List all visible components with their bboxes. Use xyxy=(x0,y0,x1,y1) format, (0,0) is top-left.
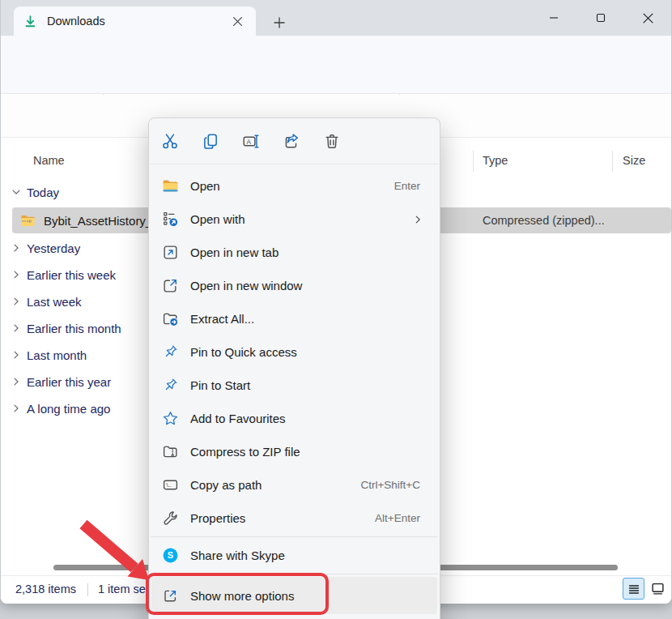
window-controls xyxy=(530,0,671,36)
selection-count: 1 item se xyxy=(98,583,146,596)
new-tab-button[interactable] xyxy=(268,13,291,32)
menu-item-copy-as-path[interactable]: \.. Copy as path Ctrl+Shift+C xyxy=(149,468,440,502)
svg-text:A: A xyxy=(247,138,252,145)
chevron-collapsed-icon[interactable] xyxy=(11,296,22,307)
chevron-collapsed-icon[interactable] xyxy=(11,403,22,414)
column-divider[interactable] xyxy=(612,151,613,172)
column-divider[interactable] xyxy=(473,151,474,172)
menu-divider xyxy=(151,536,438,537)
tab-close-icon[interactable] xyxy=(227,11,248,32)
menu-item-properties[interactable]: Properties Alt+Enter xyxy=(149,502,440,535)
menu-item-shortcut: Alt+Enter xyxy=(375,512,433,524)
menu-item-open-with[interactable]: Open with xyxy=(149,203,440,236)
menu-item-label: Pin to Quick access xyxy=(190,345,297,359)
scissors-icon xyxy=(161,132,179,150)
group-label: Earlier this week xyxy=(27,268,116,282)
svg-text:\..: \.. xyxy=(166,481,172,489)
trash-icon xyxy=(323,132,341,150)
maximize-button[interactable] xyxy=(577,0,624,36)
status-divider xyxy=(87,583,88,596)
group-label: Last month xyxy=(27,348,87,362)
cut-button[interactable] xyxy=(161,132,179,150)
tab-downloads[interactable]: Downloads xyxy=(14,6,256,36)
thumbnail-view-icon xyxy=(651,582,665,596)
chevron-collapsed-icon[interactable] xyxy=(11,349,22,361)
group-label: Today xyxy=(27,186,59,199)
wrench-icon xyxy=(161,510,179,527)
copy-button[interactable] xyxy=(202,132,219,150)
group-label: Earlier this year xyxy=(27,375,111,389)
group-label: Earlier this month xyxy=(27,322,121,335)
menu-item-open-in-new-window[interactable]: Open in new window xyxy=(149,269,440,302)
open-new-tab-icon xyxy=(161,244,179,262)
close-button[interactable] xyxy=(624,0,671,36)
open-with-icon xyxy=(161,211,179,228)
command-bar: New A xyxy=(1,36,671,94)
star-icon xyxy=(161,410,179,428)
copy-as-path-icon: \.. xyxy=(161,476,179,494)
copy-icon xyxy=(202,132,219,150)
column-header-size[interactable]: Size xyxy=(623,154,645,167)
folder-icon xyxy=(161,177,179,195)
menu-item-add-to-favourites[interactable]: Add to Favourites xyxy=(149,402,440,435)
tab-title: Downloads xyxy=(47,15,227,28)
zip-folder-icon xyxy=(20,214,36,228)
menu-item-pin-to-start[interactable]: Pin to Start xyxy=(149,369,440,402)
menu-item-compress-to-zip[interactable]: Compress to ZIP file xyxy=(149,435,440,468)
menu-item-label: Open xyxy=(190,179,220,193)
menu-item-label: Pin to Start xyxy=(190,378,250,392)
menu-item-open[interactable]: Open Enter xyxy=(149,169,440,203)
file-type: Compressed (zipped)... xyxy=(483,214,605,227)
column-header-type[interactable]: Type xyxy=(483,154,508,167)
menu-item-label: Properties xyxy=(190,511,245,525)
context-menu: A Open Enter xyxy=(148,117,440,619)
menu-item-label: Add to Favourites xyxy=(190,412,286,425)
rename-icon: A xyxy=(242,132,260,151)
skype-icon: S xyxy=(161,547,179,565)
download-icon xyxy=(23,15,37,28)
rename-button[interactable]: A xyxy=(242,132,260,150)
share-icon xyxy=(283,132,300,150)
thumbnail-view-toggle[interactable] xyxy=(647,578,669,600)
menu-item-pin-to-quick-access[interactable]: Pin to Quick access xyxy=(149,335,440,369)
menu-item-shortcut: Ctrl+Shift+C xyxy=(360,479,433,491)
menu-item-label: Open in new tab xyxy=(190,245,279,259)
pin-icon xyxy=(161,377,179,395)
menu-item-label: Open with xyxy=(190,212,245,226)
file-name: Bybit_AssetHistory_ xyxy=(44,214,152,228)
menu-item-label: Extract All... xyxy=(190,312,254,326)
annotation-highlight-box xyxy=(146,573,329,615)
menu-item-share-with-skype[interactable]: S Share with Skype xyxy=(149,539,440,572)
context-menu-toolbar: A xyxy=(150,118,439,164)
chevron-collapsed-icon[interactable] xyxy=(11,242,22,254)
menu-item-shortcut: Enter xyxy=(394,180,433,192)
menu-item-label: Open in new window xyxy=(190,279,302,292)
share-button[interactable] xyxy=(283,132,300,150)
context-menu-items: Open Enter Open with xyxy=(149,164,440,614)
pin-icon xyxy=(161,344,179,361)
menu-item-label: Share with Skype xyxy=(190,549,285,562)
details-view-icon xyxy=(627,583,640,596)
zip-folder-outline-icon xyxy=(161,443,179,461)
column-header-name[interactable]: Name xyxy=(33,154,65,167)
chevron-collapsed-icon[interactable] xyxy=(11,269,22,280)
menu-item-label: Copy as path xyxy=(190,478,262,492)
details-view-toggle[interactable] xyxy=(623,578,644,600)
chevron-collapsed-icon[interactable] xyxy=(11,322,22,334)
minimize-button[interactable] xyxy=(530,0,577,36)
group-label: Last week xyxy=(27,295,82,309)
svg-text:S: S xyxy=(167,550,172,560)
menu-item-open-in-new-tab[interactable]: Open in new tab xyxy=(149,236,440,269)
title-bar: Downloads xyxy=(1,0,671,36)
menu-item-extract-all[interactable]: Extract All... xyxy=(149,302,440,335)
chevron-expanded-icon[interactable] xyxy=(11,186,22,198)
group-label: A long time ago xyxy=(27,402,110,416)
chevron-collapsed-icon[interactable] xyxy=(11,376,22,387)
item-count: 2,318 items xyxy=(15,583,76,596)
submenu-chevron-icon xyxy=(412,214,433,225)
group-label: Yesterday xyxy=(27,241,80,255)
open-new-window-icon xyxy=(161,277,179,295)
extract-all-icon xyxy=(161,310,179,328)
menu-item-label: Compress to ZIP file xyxy=(190,445,300,459)
delete-button[interactable] xyxy=(323,132,341,150)
